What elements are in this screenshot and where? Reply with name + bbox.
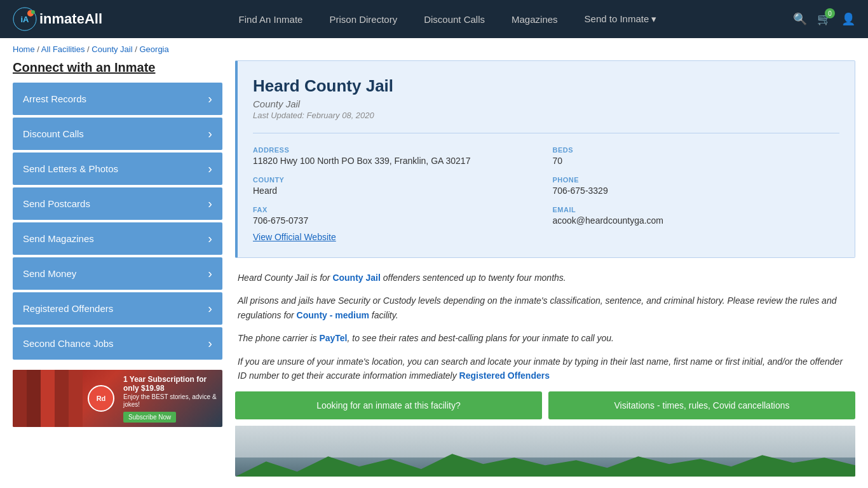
nav-prison-directory[interactable]: Prison Directory	[319, 9, 407, 30]
chevron-right-icon: ›	[208, 231, 212, 246]
logo-text: inmateAll	[39, 11, 102, 27]
sidebar-item-label: Registered Offenders	[23, 303, 113, 314]
readers-digest-badge: Rd	[88, 385, 114, 412]
sidebar-item-label: Send Postcards	[23, 198, 90, 209]
paytel-link[interactable]: PayTel	[319, 333, 347, 343]
county-value: Heard	[253, 186, 540, 196]
facility-last-updated: Last Updated: February 08, 2020	[253, 111, 839, 120]
address-value: 11820 Hwy 100 North PO Box 339, Franklin…	[253, 156, 540, 166]
sidebar-item-send-money[interactable]: Send Money ›	[13, 257, 222, 290]
phone-section: PHONE 706-675-3329	[553, 176, 840, 196]
sidebar-advertisement[interactable]: Rd 1 Year Subscription for only $19.98 E…	[13, 370, 222, 427]
ad-books-decoration	[13, 370, 83, 427]
email-value: acook@heardcountyga.com	[553, 215, 840, 226]
facility-name: Heard County Jail	[253, 76, 839, 96]
ad-subscribe-button[interactable]: Subscribe Now	[123, 412, 176, 423]
breadcrumb-state[interactable]: Georgia	[139, 44, 168, 54]
nav-discount-calls[interactable]: Discount Calls	[414, 9, 495, 30]
chevron-right-icon: ›	[208, 126, 212, 141]
view-official-website-link[interactable]: View Official Website	[253, 232, 336, 242]
breadcrumb-all-facilities[interactable]: All Facilities	[41, 44, 85, 54]
facility-card: Heard County Jail County Jail Last Updat…	[235, 60, 855, 258]
sidebar-menu: Arrest Records › Discount Calls › Send L…	[13, 83, 222, 360]
chevron-right-icon: ›	[208, 266, 212, 281]
main-nav: Find An Inmate Prison Directory Discount…	[121, 8, 774, 30]
search-icon[interactable]: 🔍	[793, 12, 807, 26]
phone-label: PHONE	[553, 176, 840, 184]
header: iA inmateAll Find An Inmate Prison Direc…	[0, 0, 868, 38]
fax-section: FAX 706-675-0737	[253, 206, 540, 226]
logo-icon: iA	[13, 7, 37, 31]
desc-paragraph-2: All prisons and jails have Security or C…	[238, 294, 853, 322]
chevron-right-icon: ›	[208, 301, 212, 316]
beds-label: BEDS	[553, 146, 840, 154]
sidebar-item-registered-offenders[interactable]: Registered Offenders ›	[13, 292, 222, 325]
looking-for-inmate-button[interactable]: Looking for an inmate at this facility?	[235, 391, 542, 419]
sky-decoration	[235, 426, 855, 458]
address-section: ADDRESS 11820 Hwy 100 North PO Box 339, …	[253, 146, 540, 166]
county-jail-link[interactable]: County Jail	[332, 273, 380, 283]
sidebar-item-discount-calls[interactable]: Discount Calls ›	[13, 118, 222, 150]
fax-label: FAX	[253, 206, 540, 214]
breadcrumb-county-jail[interactable]: County Jail	[92, 44, 132, 54]
facility-description: Heard County Jail is for County Jail off…	[235, 271, 855, 383]
sidebar-item-label: Send Letters & Photos	[23, 163, 118, 174]
facility-photo	[235, 426, 855, 477]
county-section: COUNTY Heard	[253, 176, 540, 196]
sidebar-item-label: Arrest Records	[23, 93, 86, 104]
desc-paragraph-4: If you are unsure of your inmate's locat…	[238, 355, 853, 383]
svg-text:iA: iA	[21, 15, 30, 24]
fax-value: 706-675-0737	[253, 215, 540, 226]
ad-headline: 1 Year Subscription for only $19.98	[123, 375, 219, 393]
ad-text-content: 1 Year Subscription for only $19.98 Enjo…	[119, 371, 222, 426]
svg-point-3	[31, 10, 35, 14]
sidebar-item-send-magazines[interactable]: Send Magazines ›	[13, 222, 222, 255]
facility-type: County Jail	[253, 98, 839, 109]
nav-magazines[interactable]: Magazines	[501, 9, 568, 30]
registered-offenders-link[interactable]: Registered Offenders	[459, 370, 550, 381]
sidebar-title: Connect with an Inmate	[13, 60, 222, 75]
phone-value: 706-675-3329	[553, 186, 840, 196]
chevron-right-icon: ›	[208, 196, 212, 211]
email-section: EMAIL acook@heardcountyga.com	[553, 206, 840, 226]
sidebar-item-send-letters[interactable]: Send Letters & Photos ›	[13, 152, 222, 185]
facility-info-grid: ADDRESS 11820 Hwy 100 North PO Box 339, …	[253, 146, 839, 226]
user-icon[interactable]: 👤	[841, 12, 855, 26]
sidebar-item-arrest-records[interactable]: Arrest Records ›	[13, 83, 222, 115]
sidebar-item-label: Discount Calls	[23, 128, 84, 139]
facility-divider	[253, 133, 839, 133]
visitations-button[interactable]: Visitations - times, rules, Covid cancel…	[548, 391, 855, 419]
sidebar-item-second-chance-jobs[interactable]: Second Chance Jobs ›	[13, 327, 222, 360]
chevron-right-icon: ›	[208, 161, 212, 176]
nav-send-to-inmate[interactable]: Send to Inmate ▾	[574, 8, 667, 30]
sidebar-item-label: Send Magazines	[23, 233, 94, 244]
header-icons: 🔍 🛒 0 👤	[793, 12, 855, 26]
county-label: COUNTY	[253, 176, 540, 184]
sidebar: Connect with an Inmate Arrest Records › …	[13, 60, 222, 477]
beds-section: BEDS 70	[553, 146, 840, 166]
chevron-right-icon: ›	[208, 336, 212, 351]
desc-paragraph-1: Heard County Jail is for County Jail off…	[238, 271, 853, 285]
breadcrumb: Home / All Facilities / County Jail / Ge…	[0, 38, 868, 60]
desc-paragraph-3: The phone carrier is PayTel, to see thei…	[238, 331, 853, 345]
sidebar-item-label: Send Money	[23, 268, 76, 279]
sidebar-item-send-postcards[interactable]: Send Postcards ›	[13, 187, 222, 220]
breadcrumb-home[interactable]: Home	[13, 44, 35, 54]
county-medium-link[interactable]: County - medium	[297, 310, 369, 320]
address-label: ADDRESS	[253, 146, 540, 154]
chevron-right-icon: ›	[208, 92, 212, 106]
email-label: EMAIL	[553, 206, 840, 214]
nav-find-inmate[interactable]: Find An Inmate	[229, 9, 313, 30]
logo[interactable]: iA inmateAll	[13, 7, 102, 31]
action-buttons: Looking for an inmate at this facility? …	[235, 391, 855, 419]
main-container: Connect with an Inmate Arrest Records › …	[0, 60, 868, 488]
ad-subheadline: Enjoy the BEST stories, advice & jokes!	[123, 393, 217, 408]
cart-badge: 0	[825, 8, 835, 18]
sidebar-item-label: Second Chance Jobs	[23, 338, 114, 349]
beds-value: 70	[553, 156, 840, 166]
cart-wrapper[interactable]: 🛒 0	[817, 12, 831, 26]
main-content: Heard County Jail County Jail Last Updat…	[235, 60, 855, 477]
